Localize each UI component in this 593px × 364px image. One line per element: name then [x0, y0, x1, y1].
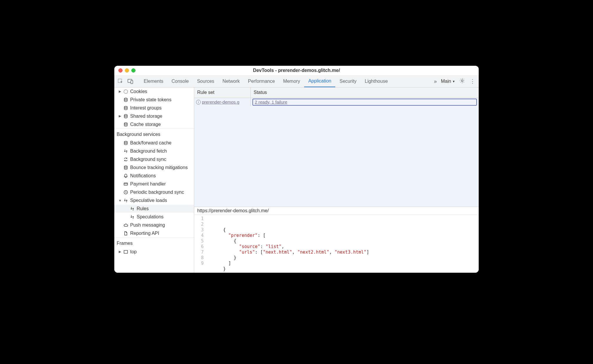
code-token: "prerender": [228, 233, 257, 238]
sidebar-item-shared-storage[interactable]: ▶ Shared storage: [114, 112, 194, 120]
fetch-icon: [123, 149, 128, 154]
collapse-arrow-icon: ▼: [118, 199, 121, 202]
code-token: "next2.html": [297, 250, 329, 255]
tab-console[interactable]: Console: [167, 76, 193, 87]
main-panel: Rule set Status i prerender-demos.g 2 re…: [194, 87, 479, 273]
line-number: 2: [194, 222, 204, 227]
sidebar-item-interest-groups[interactable]: Interest groups: [114, 104, 194, 112]
code-token: "source": [239, 244, 260, 249]
sync-icon: [123, 157, 128, 162]
expand-arrow-icon: ▶: [118, 250, 121, 254]
line-gutter: 1 2 3 4 5 6 7 8 9: [194, 216, 207, 273]
sidebar-item-speculative-loads[interactable]: ▼ Speculative loads: [114, 196, 194, 205]
sidebar-item-reporting-api[interactable]: Reporting API: [114, 229, 194, 237]
sidebar-bgfetch-label: Background fetch: [130, 149, 167, 154]
application-sidebar[interactable]: ▶ Cookies Private state tokens Interest …: [114, 87, 194, 273]
cloud-icon: [123, 223, 128, 228]
sidebar-item-frame-top[interactable]: ▶ top: [114, 248, 194, 256]
code-token: ]: [366, 250, 369, 255]
line-number: 5: [194, 238, 204, 244]
tab-sources[interactable]: Sources: [193, 76, 218, 87]
sidebar-item-periodic-bg-sync[interactable]: Periodic background sync: [114, 188, 194, 196]
code-viewer[interactable]: 1 2 3 4 5 6 7 8 9 { "prerender": [ { "so…: [194, 215, 479, 273]
sidebar-item-cache-storage[interactable]: Cache storage: [114, 120, 194, 129]
line-number: 7: [194, 250, 204, 255]
sidebar-item-notifications[interactable]: Notifications: [114, 172, 194, 180]
line-number: 1: [194, 216, 204, 222]
svg-point-9: [124, 141, 127, 142]
line-number: 6: [194, 244, 204, 250]
sidebar-item-push-messaging[interactable]: Push messaging: [114, 221, 194, 229]
window-title: DevTools - prerender-demos.glitch.me/: [114, 68, 479, 73]
clock-icon: [123, 190, 128, 195]
device-toolbar-icon[interactable]: [127, 78, 134, 85]
devtools-toolbar: Elements Console Sources Network Perform…: [114, 76, 479, 87]
fetch-icon: [123, 198, 128, 203]
svg-point-4: [124, 90, 128, 93]
chevron-down-icon: ▼: [452, 80, 455, 83]
code-token: }: [223, 266, 226, 272]
line-number: 4: [194, 233, 204, 238]
column-header-ruleset[interactable]: Rule set: [194, 87, 251, 98]
code-token: ]: [228, 261, 231, 266]
database-icon: [123, 114, 128, 119]
sidebar-payment-label: Payment handler: [130, 181, 166, 187]
code-token: }: [234, 255, 236, 260]
sidebar-item-background-sync[interactable]: Background sync: [114, 155, 194, 164]
svg-rect-11: [124, 183, 128, 185]
bell-icon: [123, 173, 128, 178]
kebab-menu-icon[interactable]: ⋮: [469, 78, 476, 85]
target-selector[interactable]: Main ▼: [441, 79, 455, 84]
ruleset-grid-body[interactable]: i prerender-demos.g 2 ready, 1 failure: [194, 98, 479, 207]
toolbar-right: » Main ▼ ⋮: [434, 78, 476, 85]
tab-application[interactable]: Application: [304, 76, 335, 87]
settings-icon[interactable]: [459, 78, 465, 85]
ruleset-link[interactable]: prerender-demos.g: [202, 100, 239, 105]
sidebar-cookies-label: Cookies: [130, 89, 147, 94]
sidebar-push-label: Push messaging: [130, 223, 165, 228]
sidebar-bgsync-label: Background sync: [130, 157, 166, 162]
code-token: "next.html": [263, 250, 292, 255]
sidebar-item-cookies[interactable]: ▶ Cookies: [114, 87, 194, 96]
sidebar-item-bfcache[interactable]: Back/forward cache: [114, 139, 194, 147]
panel-body: ▶ Cookies Private state tokens Interest …: [114, 87, 479, 273]
column-header-status[interactable]: Status: [251, 87, 479, 98]
svg-point-3: [461, 80, 463, 82]
tab-memory[interactable]: Memory: [279, 76, 304, 87]
tab-network[interactable]: Network: [218, 76, 244, 87]
tab-elements[interactable]: Elements: [140, 76, 167, 87]
frame-icon: [123, 249, 128, 255]
sidebar-item-private-state-tokens[interactable]: Private state tokens: [114, 96, 194, 104]
ruleset-row[interactable]: i prerender-demos.g 2 ready, 1 failure: [194, 98, 479, 106]
code-token: :: [260, 244, 266, 249]
code-token: : [: [258, 233, 266, 238]
sidebar-reporting-label: Reporting API: [130, 231, 159, 236]
status-link[interactable]: 2 ready, 1 failure: [255, 100, 287, 105]
sidebar-section-background-services: Background services: [114, 129, 194, 139]
sidebar-item-payment-handler[interactable]: Payment handler: [114, 180, 194, 188]
sidebar-pst-label: Private state tokens: [130, 97, 172, 102]
code-token: "next3.html": [335, 250, 366, 255]
code-token: ,: [282, 244, 284, 249]
svg-point-5: [124, 98, 127, 99]
tab-lighthouse[interactable]: Lighthouse: [361, 76, 392, 87]
ruleset-cell[interactable]: i prerender-demos.g: [194, 98, 251, 106]
inspect-element-icon[interactable]: [117, 78, 124, 85]
more-tabs-icon[interactable]: »: [434, 78, 437, 85]
sidebar-item-bounce-tracking[interactable]: Bounce tracking mitigations: [114, 164, 194, 172]
code-content[interactable]: { "prerender": [ { "source": "list", "ur…: [207, 216, 479, 273]
sidebar-bounce-label: Bounce tracking mitigations: [130, 165, 188, 170]
database-icon: [123, 122, 128, 127]
svg-point-8: [124, 123, 127, 124]
tab-performance[interactable]: Performance: [244, 76, 279, 87]
fetch-icon: [130, 206, 135, 211]
sidebar-spec-label: Speculative loads: [130, 198, 167, 203]
expand-arrow-icon: ▶: [118, 114, 121, 118]
status-cell[interactable]: 2 ready, 1 failure: [251, 98, 479, 106]
tab-security[interactable]: Security: [335, 76, 361, 87]
line-number: 3: [194, 227, 204, 233]
titlebar: DevTools - prerender-demos.glitch.me/: [114, 66, 479, 76]
sidebar-item-speculations[interactable]: Speculations: [114, 213, 194, 221]
sidebar-item-background-fetch[interactable]: Background fetch: [114, 147, 194, 155]
sidebar-item-rules[interactable]: Rules: [114, 205, 194, 213]
